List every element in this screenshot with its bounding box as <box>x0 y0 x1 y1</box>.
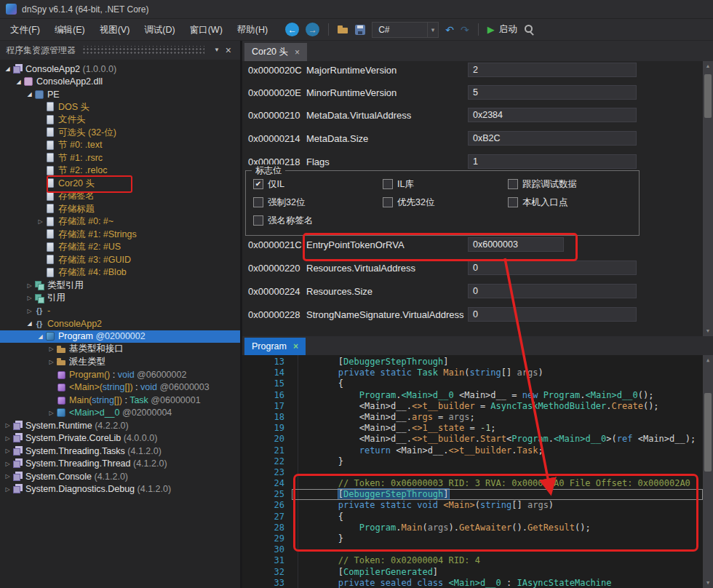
field-value-input[interactable]: 5 <box>468 85 637 100</box>
tree-item[interactable]: ▷System.Console (4.1.2.0) <box>0 470 240 483</box>
tree-item[interactable]: 节 #2: .reloc <box>0 164 240 178</box>
menu-item-5[interactable]: 帮助(H) <box>230 22 275 38</box>
code-line[interactable]: 15 { <box>242 378 703 389</box>
redo-icon[interactable]: ↷ <box>461 25 469 35</box>
tree-item[interactable]: 存储标题 <box>0 203 240 216</box>
code-scrollbar[interactable]: ▲ ▼ <box>703 355 713 588</box>
field-value-input[interactable]: 0xB2C <box>468 131 637 146</box>
language-selector[interactable]: C# ▾ <box>372 22 439 38</box>
tree-item[interactable]: ◢ConsoleApp2 (1.0.0.0) <box>0 63 240 76</box>
tree-item[interactable]: 存储流 #3: #GUID <box>0 254 240 267</box>
checkbox-unchecked-icon[interactable] <box>508 197 518 207</box>
close-icon[interactable]: × <box>293 342 298 351</box>
close-icon[interactable]: × <box>295 48 300 57</box>
tree-item[interactable]: 节 #1: .rsrc <box>0 152 240 165</box>
tree-item[interactable]: 存储流 #4: #Blob <box>0 266 240 279</box>
tree-item[interactable]: ▷基类型和接口 <box>0 343 240 356</box>
tree-item[interactable]: ▷System.Diagnostics.Debug (4.1.2.0) <box>0 483 240 496</box>
checkbox-unchecked-icon[interactable] <box>383 197 393 207</box>
chevron-collapsed-icon[interactable]: ▷ <box>25 282 34 289</box>
tree-item[interactable]: 节 #0: .text <box>0 139 240 152</box>
checkbox-checked-icon[interactable]: ✔ <box>253 179 263 189</box>
code-line[interactable]: 33 private sealed class <Main>d__0 : IAs… <box>242 578 703 588</box>
tree-item[interactable]: ◢ConsoleApp2.dll <box>0 76 240 89</box>
chevron-collapsed-icon[interactable]: ▷ <box>47 410 56 416</box>
save-module-icon[interactable] <box>355 25 365 35</box>
flag-checkbox[interactable]: 跟踪调试数据 <box>508 178 577 190</box>
tree-item[interactable]: ▷派生类型 <box>0 356 240 369</box>
tree-item[interactable]: ▷存储流 #0: #~ <box>0 215 240 229</box>
panel-menu-icon[interactable]: ▼ <box>211 47 223 53</box>
code-line[interactable]: 24 // Token: 0x06000003 RID: 3 RVA: 0x00… <box>242 478 703 489</box>
chevron-expanded-icon[interactable]: ◢ <box>25 320 34 327</box>
field-value-input[interactable]: 0 <box>468 261 637 275</box>
tree-item[interactable]: ▷类型引用 <box>0 279 240 293</box>
scroll-down-icon[interactable]: ▼ <box>703 326 713 336</box>
flag-checkbox[interactable]: IL库 <box>383 178 414 190</box>
tree-item[interactable]: 文件头 <box>0 114 240 127</box>
scrollbar-thumb[interactable] <box>704 393 712 472</box>
scrollbar-thumb[interactable] <box>704 74 712 118</box>
chevron-collapsed-icon[interactable]: ▷ <box>25 295 34 301</box>
tree-item[interactable]: ▷System.Private.CoreLib (4.0.0.0) <box>0 432 240 445</box>
chevron-collapsed-icon[interactable]: ▷ <box>3 435 12 442</box>
chevron-collapsed-icon[interactable]: ▷ <box>47 359 56 365</box>
tree-item[interactable]: ▷引用 <box>0 292 240 305</box>
code-line[interactable]: 27 { <box>242 512 703 523</box>
tree-item[interactable]: ▷<Main>d__0 @02000004 <box>0 407 240 420</box>
code-line[interactable]: 20 <Main>d__.<>t__builder.Start<Program.… <box>242 434 703 445</box>
field-value-input[interactable]: 0x6000003 <box>468 237 564 252</box>
menu-item-3[interactable]: 调试(D) <box>137 22 182 38</box>
code-line[interactable]: 28 Program.Main(args).GetAwaiter().GetRe… <box>242 523 703 533</box>
menu-item-1[interactable]: 编辑(E) <box>47 22 92 38</box>
code-line[interactable]: 16 Program.<Main>d__0 <Main>d__ = new Pr… <box>242 390 703 401</box>
field-value-input[interactable]: 0 <box>468 284 637 298</box>
metadata-scrollbar[interactable]: ▲ ▼ <box>703 61 713 336</box>
chevron-collapsed-icon[interactable]: ▷ <box>3 448 12 454</box>
chevron-collapsed-icon[interactable]: ▷ <box>36 218 45 225</box>
code-line[interactable]: 26 private static void <Main>(string[] a… <box>242 500 703 511</box>
drag-grip[interactable] <box>82 46 204 55</box>
checkbox-unchecked-icon[interactable] <box>253 215 263 226</box>
code-line[interactable]: 31 // Token: 0x02000004 RID: 4 <box>242 555 703 566</box>
chevron-collapsed-icon[interactable]: ▷ <box>47 346 56 352</box>
tree-item[interactable]: <Main>(string[]) : void @06000003 <box>0 381 240 394</box>
tree-item[interactable]: 存储流 #2: #US <box>0 241 240 254</box>
tree-item[interactable]: ▷System.Threading.Tasks (4.1.2.0) <box>0 445 240 458</box>
chevron-expanded-icon[interactable]: ◢ <box>3 65 12 72</box>
navigate-forward-button[interactable]: → <box>306 23 319 36</box>
tree-item[interactable]: Program() : void @06000002 <box>0 368 240 381</box>
chevron-collapsed-icon[interactable]: ▷ <box>3 461 12 467</box>
chevron-collapsed-icon[interactable]: ▷ <box>3 422 12 429</box>
code-line[interactable]: 19 <Main>d__.<>1__state = -1; <box>242 423 703 434</box>
code-line[interactable]: 29 } <box>242 533 703 544</box>
code-line[interactable]: 18 <Main>d__.args = args; <box>242 412 703 423</box>
tab-program[interactable]: Program × <box>244 338 306 355</box>
tree-item[interactable]: Main(string[]) : Task @06000001 <box>0 394 240 407</box>
checkbox-unchecked-icon[interactable] <box>253 197 263 207</box>
tree-item[interactable]: ◢{}ConsoleApp2 <box>0 317 240 330</box>
code-line[interactable]: 13 [DebuggerStepThrough] <box>242 357 703 368</box>
flag-checkbox[interactable]: 优先32位 <box>383 196 434 208</box>
code-editor[interactable]: 13 [DebuggerStepThrough]14 private stati… <box>242 355 713 588</box>
open-folder-icon[interactable] <box>338 25 348 34</box>
field-value-input[interactable]: 2 <box>468 63 637 77</box>
search-icon[interactable] <box>524 24 535 35</box>
field-value-input[interactable]: 0x2384 <box>468 108 637 122</box>
code-line[interactable]: 22 } <box>242 456 703 467</box>
chevron-expanded-icon[interactable]: ◢ <box>25 91 34 98</box>
tab-cor20-header[interactable]: Cor20 头 × <box>244 43 307 61</box>
flag-checkbox[interactable]: ✔仅IL <box>253 178 284 190</box>
tree-item[interactable]: DOS 头 <box>0 101 240 114</box>
flag-checkbox[interactable]: 本机入口点 <box>508 196 568 208</box>
code-line[interactable]: 30 <box>242 544 703 555</box>
tree-item[interactable]: ◢Program @02000002 <box>0 330 240 343</box>
flag-checkbox[interactable]: 强制32位 <box>253 196 305 208</box>
code-line[interactable]: 23 <box>242 467 703 478</box>
undo-icon[interactable]: ↶ <box>445 25 454 35</box>
tree-item[interactable]: ◢PE <box>0 88 240 101</box>
menu-item-0[interactable]: 文件(F) <box>3 22 47 38</box>
chevron-collapsed-icon[interactable]: ▷ <box>25 308 34 314</box>
start-debug-button[interactable]: ▶ 启动 <box>487 23 517 36</box>
menu-item-4[interactable]: 窗口(W) <box>183 22 230 38</box>
